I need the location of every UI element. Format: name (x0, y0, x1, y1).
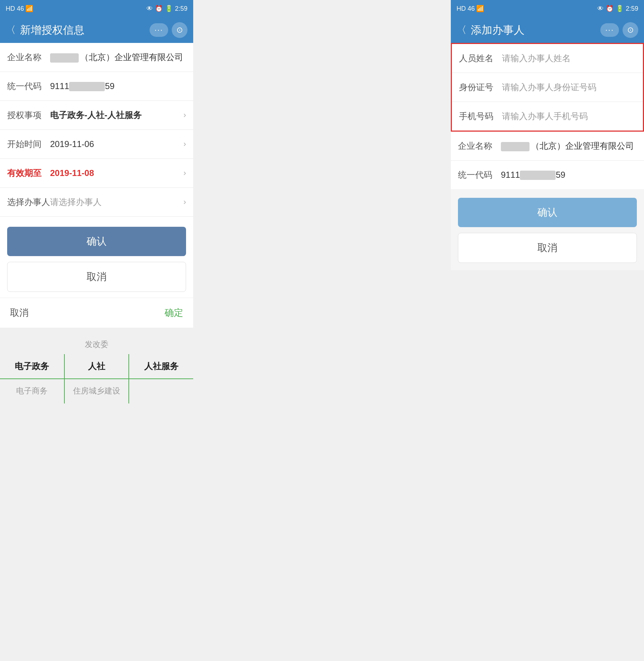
eye-icon: 👁 (146, 5, 153, 13)
company-value: （北京）企业管理有限公司 (50, 52, 186, 63)
code-redacted-r (520, 171, 556, 180)
phone-placeholder[interactable]: 请输入办事人手机号码 (502, 111, 636, 122)
expiry-arrow: › (184, 168, 186, 178)
nav-dots-button-r[interactable]: ··· (600, 23, 619, 37)
picker-item-rsfw[interactable]: 人社服务 (129, 354, 193, 379)
bottom-cancel[interactable]: 取消 (10, 307, 29, 319)
cancel-button-right[interactable]: 取消 (458, 233, 637, 263)
status-bar-right-info: 👁 ⏰ 🔋 2:59 (146, 5, 187, 13)
wifi-icon: 📶 (25, 5, 33, 13)
unified-code-row: 统一代码 911159 (0, 72, 193, 101)
cancel-button-left[interactable]: 取消 (7, 262, 186, 292)
network-label-r: HD 46 (457, 5, 475, 13)
code-redacted (69, 82, 105, 91)
phone-label: 手机号码 (459, 111, 502, 122)
form-section-left: 企业名称 （北京）企业管理有限公司 统一代码 911159 授权事项 电子政务-… (0, 43, 193, 217)
id-row: 身份证号 请输入办事人身份证号码 (452, 73, 643, 102)
alarm-icon-r: ⏰ (606, 5, 614, 13)
name-label: 人员姓名 (459, 53, 502, 64)
nav-dots-button[interactable]: ··· (150, 23, 168, 37)
agent-placeholder: 请选择办事人 (50, 196, 181, 208)
picker-item-zfcxjs[interactable]: 住房城乡建设 (65, 379, 129, 403)
network-label: HD 46 (6, 5, 24, 13)
auth-item-value: 电子政务-人社-人社服务 (50, 109, 181, 121)
bottom-action-bar: 取消 确定 (0, 298, 193, 328)
form-section-right-top: 人员姓名 请输入办事人姓名 身份证号 请输入办事人身份证号码 手机号码 请输入办… (452, 44, 643, 131)
picker-col-3: 人社服务 (129, 354, 193, 403)
company-label-r: 企业名称 (458, 140, 501, 152)
company-redacted (50, 53, 79, 63)
time-label-r: 2:59 (626, 5, 638, 13)
id-placeholder[interactable]: 请输入办事人身份证号码 (502, 82, 636, 93)
unified-code-label-r: 统一代码 (458, 169, 501, 181)
expiry-value: 2019-11-08 (50, 168, 181, 178)
confirm-button-left[interactable]: 确认 (7, 227, 186, 256)
battery-icon-r: 🔋 (616, 5, 624, 13)
company-row: 企业名称 （北京）企业管理有限公司 (0, 43, 193, 72)
name-placeholder[interactable]: 请输入办事人姓名 (502, 53, 636, 64)
picker-area: 发改委 电子政务 电子商务 人社 住房城乡建设 人社服务 (0, 328, 193, 661)
back-button[interactable]: 〈 (6, 23, 16, 37)
auth-item-row[interactable]: 授权事项 电子政务-人社-人社服务 › (0, 101, 193, 130)
highlighted-form-section: 人员姓名 请输入办事人姓名 身份证号 请输入办事人身份证号码 手机号码 请输入办… (451, 43, 644, 132)
bottom-confirm[interactable]: 确定 (165, 307, 183, 319)
picker-item-dzsww[interactable]: 电子商务 (0, 379, 64, 403)
unified-code-row-r: 统一代码 911159 (451, 161, 644, 189)
auth-item-label: 授权事项 (7, 109, 50, 121)
company-row-r: 企业名称 （北京）企业管理有限公司 (451, 132, 644, 161)
page-title-right: 添加办事人 (471, 23, 596, 38)
start-time-arrow: › (184, 139, 186, 149)
agent-arrow: › (184, 197, 186, 207)
picker-item-dzzw[interactable]: 电子政务 (0, 354, 64, 379)
right-phone: HD 46 📶 👁 ⏰ 🔋 2:59 〈 添加办事人 ··· ⊙ 人员姓名 请输… (451, 0, 644, 661)
status-bar-right-right-info: 👁 ⏰ 🔋 2:59 (597, 5, 638, 13)
expiry-row[interactable]: 有效期至 2019-11-08 › (0, 159, 193, 188)
picker-col-2: 人社 住房城乡建设 (65, 354, 129, 403)
auth-item-arrow: › (184, 111, 186, 120)
status-bar-left-info: HD 46 📶 (6, 5, 33, 13)
page-title-left: 新增授权信息 (20, 23, 145, 38)
qr-icon-r[interactable]: ⊙ (623, 22, 638, 38)
start-time-row[interactable]: 开始时间 2019-11-06 › (0, 130, 193, 159)
unified-code-value: 911159 (50, 81, 186, 92)
agent-row[interactable]: 选择办事人 请选择办事人 › (0, 188, 193, 217)
company-label: 企业名称 (7, 52, 50, 63)
nav-actions-left: ··· ⊙ (150, 22, 187, 38)
unified-code-value-r: 911159 (501, 170, 637, 180)
buttons-area-left: 确认 取消 (0, 217, 193, 298)
time-label: 2:59 (175, 5, 187, 13)
unified-code-label: 统一代码 (7, 80, 50, 92)
phone-row: 手机号码 请输入办事人手机号码 (452, 102, 643, 131)
battery-icon: 🔋 (165, 5, 173, 13)
nav-bar-right: 〈 添加办事人 ··· ⊙ (451, 17, 644, 43)
confirm-button-right[interactable]: 确认 (458, 198, 637, 227)
picker-item-rs[interactable]: 人社 (65, 354, 129, 379)
company-redacted-r (501, 142, 530, 151)
back-button-r[interactable]: 〈 (457, 23, 467, 37)
picker-title: 发改委 (0, 335, 193, 354)
nav-bar-left: 〈 新增授权信息 ··· ⊙ (0, 17, 193, 43)
nav-actions-right: ··· ⊙ (600, 22, 638, 38)
picker-col-1: 电子政务 电子商务 (0, 354, 64, 403)
start-time-label: 开始时间 (7, 138, 50, 150)
status-bar-right: HD 46 📶 👁 ⏰ 🔋 2:59 (451, 0, 644, 17)
alarm-icon: ⏰ (155, 5, 163, 13)
left-phone: HD 46 📶 👁 ⏰ 🔋 2:59 〈 新增授权信息 ··· ⊙ 企业名称 （… (0, 0, 193, 661)
wifi-icon-r: 📶 (476, 5, 484, 13)
start-time-value: 2019-11-06 (50, 139, 181, 149)
id-label: 身份证号 (459, 82, 502, 93)
form-section-right-bottom: 企业名称 （北京）企业管理有限公司 统一代码 911159 (451, 132, 644, 189)
status-bar-right-left-info: HD 46 📶 (457, 5, 484, 13)
qr-icon[interactable]: ⊙ (172, 22, 187, 38)
eye-icon-r: 👁 (597, 5, 604, 13)
agent-label: 选择办事人 (7, 196, 50, 208)
name-row: 人员姓名 请输入办事人姓名 (452, 44, 643, 73)
grey-filler (451, 270, 644, 661)
expiry-label: 有效期至 (7, 167, 50, 179)
status-bar-left: HD 46 📶 👁 ⏰ 🔋 2:59 (0, 0, 193, 17)
picker-columns: 电子政务 电子商务 人社 住房城乡建设 人社服务 (0, 354, 193, 403)
company-value-r: （北京）企业管理有限公司 (501, 140, 637, 152)
